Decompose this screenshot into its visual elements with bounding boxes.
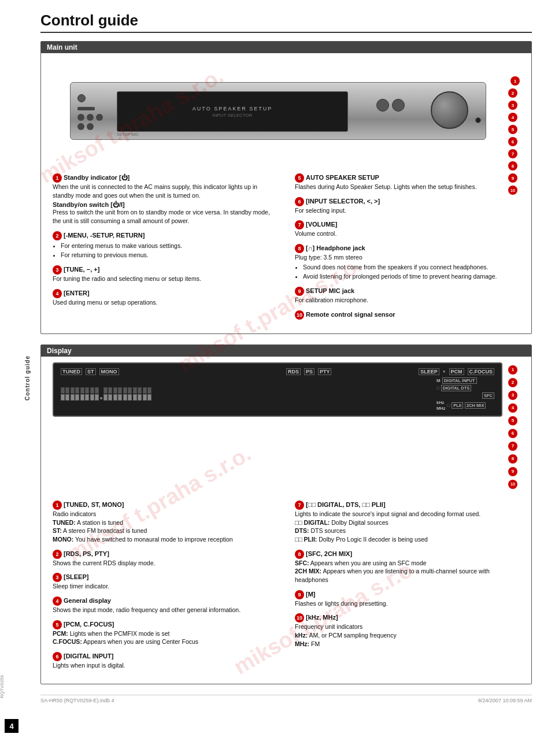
disp-title-7: [□□ DIGITAL, DTS, □□ PLII] bbox=[306, 501, 386, 508]
sfc-label: SFC bbox=[482, 392, 494, 399]
disp-text-7: Lights to indicate the source's input si… bbox=[295, 510, 520, 544]
main-unit-descriptions: 1Standby indicator [⏻] When the unit is … bbox=[41, 168, 531, 333]
digit-group-3 bbox=[80, 387, 89, 401]
sfc-row: SFC bbox=[436, 392, 494, 399]
disp-callout-3: 3 bbox=[508, 391, 517, 400]
main-unit-section: Main unit bbox=[40, 41, 532, 334]
rqtv-label: RQTV0259 bbox=[0, 675, 5, 698]
desc-title-6: [INPUT SELECTOR, <, >] bbox=[306, 198, 380, 205]
disp-title-9: [M] bbox=[306, 591, 316, 598]
footer-left: SA-HR50 (RQTV0259-E).indb 4 bbox=[40, 698, 114, 703]
st-indicator: ST bbox=[86, 368, 96, 375]
disp-title-1: [TUNED, ST, MONO] bbox=[64, 501, 124, 508]
plii-label: PLII bbox=[452, 402, 463, 409]
footer: SA-HR50 (RQTV0259-E).indb 4 8/24/2007 10… bbox=[40, 695, 532, 703]
disp-callout-num-6: 6 bbox=[53, 652, 62, 661]
disp-desc-6: 6[DIGITAL INPUT] Lights when input is di… bbox=[53, 652, 278, 670]
desc-text-9: For calibration microphone. bbox=[295, 296, 520, 305]
disp-desc-4: 4General display Shows the input mode, r… bbox=[53, 596, 278, 614]
m-label: M bbox=[436, 378, 441, 383]
disp-callout-1: 1 bbox=[508, 365, 517, 375]
desc-subtitle-1: Standby/on switch [⏻/I] bbox=[53, 201, 278, 208]
desc-title-3: [TUNE, −, +] bbox=[64, 266, 99, 273]
callout-num-1: 1 bbox=[53, 173, 62, 183]
disp-desc-8: 8[SFC, 2CH MIX] SFC: Appears when you ar… bbox=[295, 550, 520, 584]
disp-text-10: Frequency unit indicators kHz: AM, or PC… bbox=[295, 622, 520, 648]
digit-group-6 bbox=[113, 387, 122, 401]
khz-label: kHz bbox=[436, 400, 445, 405]
main-unit-header: Main unit bbox=[41, 42, 531, 53]
disp-callout-num-10: 10 bbox=[295, 613, 304, 622]
m-digital-input-row: M DIGITAL INPUT bbox=[436, 377, 494, 384]
desc-title-8: [∩] Headphone jack bbox=[306, 244, 365, 251]
display-top-row: TUNED ST MONO RDS PS PTY SLEEP ● PCM C.F… bbox=[61, 368, 494, 375]
checkbox-2: □ bbox=[447, 403, 450, 408]
desc-text-1b: Press to switch the unit from on to stan… bbox=[53, 208, 278, 225]
digit-group-4 bbox=[90, 387, 99, 401]
desc-title-4: [ENTER] bbox=[64, 290, 90, 297]
desc-item-4: 4[ENTER] Used during menu or setup opera… bbox=[53, 289, 278, 307]
disp-desc-2: 2[RDS, PS, PTY] Shows the current RDS di… bbox=[53, 550, 278, 568]
ps-indicator: PS bbox=[304, 368, 314, 375]
desc-title-10: Remote control signal sensor bbox=[306, 311, 395, 318]
right-indicators: M DIGITAL INPUT □ DIGITAL DTS SFC bbox=[436, 377, 494, 411]
disp-callout-7: 7 bbox=[508, 442, 517, 451]
right-desc-column: 5AUTO SPEAKER SETUP Flashes during Auto … bbox=[295, 173, 520, 325]
digit-group-8 bbox=[133, 387, 142, 401]
desc-item-5: 5AUTO SPEAKER SETUP Flashes during Auto … bbox=[295, 173, 520, 191]
disp-callout-2: 2 bbox=[508, 378, 517, 387]
callout-num-6: 6 bbox=[295, 197, 304, 206]
device-left-buttons bbox=[77, 94, 103, 130]
tuned-indicator: TUNED bbox=[61, 368, 82, 375]
sleep-indicator: SLEEP bbox=[419, 368, 439, 375]
device-volume-knob bbox=[431, 91, 468, 129]
desc-text-5: Flashes during Auto Speaker Setup. Light… bbox=[295, 183, 520, 191]
disp-callout-4: 4 bbox=[508, 403, 517, 413]
desc-text-2: For entering menus to make various setti… bbox=[53, 242, 278, 260]
disp-callout-num-5: 5 bbox=[53, 620, 62, 629]
pcm-indicator: PCM bbox=[449, 368, 464, 375]
mono-indicator: MONO bbox=[99, 368, 119, 375]
desc-item-3: 3[TUNE, −, +] For tuning the radio and s… bbox=[53, 265, 278, 283]
device-headphone-jack bbox=[475, 117, 481, 123]
disp-title-5: [PCM, C.FOCUS] bbox=[64, 621, 114, 628]
display-descriptions: 1[TUNED, ST, MONO] Radio indicators TUNE… bbox=[41, 495, 531, 684]
callout-num-2: 2 bbox=[53, 231, 62, 240]
device-input-buttons bbox=[376, 99, 405, 112]
disp-title-6: [DIGITAL INPUT] bbox=[64, 653, 113, 659]
desc-text-1: When the unit is connected to the AC mai… bbox=[53, 183, 278, 199]
desc-text-6: For selecting input. bbox=[295, 206, 520, 215]
page-number: 4 bbox=[5, 719, 18, 733]
desc-text-7: Volume control. bbox=[295, 229, 520, 238]
desc-text-4: Used during menu or setup operations. bbox=[53, 298, 278, 307]
disp-text-4: Shows the input mode, radio frequency an… bbox=[53, 606, 278, 614]
khz-plii-row: kHz MHz □ PLII 2CH MIX bbox=[436, 400, 494, 411]
cfocus-indicator: C.FOCUS bbox=[468, 368, 495, 375]
desc-item-2: 2[-MENU, -SETUP, RETURN] For entering me… bbox=[53, 231, 278, 260]
disp-right-col: 7[□□ DIGITAL, DTS, □□ PLII] Lights to in… bbox=[295, 501, 520, 676]
disp-text-3: Sleep timer indicator. bbox=[53, 582, 278, 591]
callout-num-8: 8 bbox=[295, 244, 304, 253]
disp-callout-6: 6 bbox=[508, 429, 517, 438]
checkbox-1: □ bbox=[436, 386, 439, 391]
disp-title-8: [SFC, 2CH MIX] bbox=[306, 550, 352, 557]
footer-right: 8/24/2007 10:09:59 AM bbox=[478, 698, 532, 703]
mhz-label: MHz bbox=[436, 406, 445, 411]
callout-num-7: 7 bbox=[295, 220, 304, 229]
desc-item-8: 8[∩] Headphone jack Plug type: 3.5 mm st… bbox=[295, 244, 520, 281]
segment-display bbox=[61, 387, 151, 401]
desc-item-9: 9SETUP MIC jack For calibration micropho… bbox=[295, 287, 520, 305]
disp-callout-num-4: 4 bbox=[53, 596, 62, 606]
disp-title-3: [SLEEP] bbox=[64, 573, 88, 580]
display-section: Display TUNED ST MONO RDS PS PTY bbox=[40, 344, 532, 684]
disp-desc-3: 3[SLEEP] Sleep timer indicator. bbox=[53, 573, 278, 591]
disp-callout-9: 9 bbox=[508, 467, 517, 476]
disp-desc-1: 1[TUNED, ST, MONO] Radio indicators TUNE… bbox=[53, 501, 278, 544]
disp-desc-10: 10[kHz, MHz] Frequency unit indicators k… bbox=[295, 613, 520, 648]
disp-desc-9: 9[M] Flashes or lights during presetting… bbox=[295, 590, 520, 608]
disp-desc-5: 5[PCM, C.FOCUS] PCM: Lights when the PCM… bbox=[53, 620, 278, 646]
dot-divider bbox=[100, 387, 102, 401]
disp-callout-10: 10 bbox=[508, 480, 517, 489]
disp-desc-7: 7[□□ DIGITAL, DTS, □□ PLII] Lights to in… bbox=[295, 501, 520, 544]
desc-text-3: For tuning the radio and selecting menu … bbox=[53, 275, 278, 283]
